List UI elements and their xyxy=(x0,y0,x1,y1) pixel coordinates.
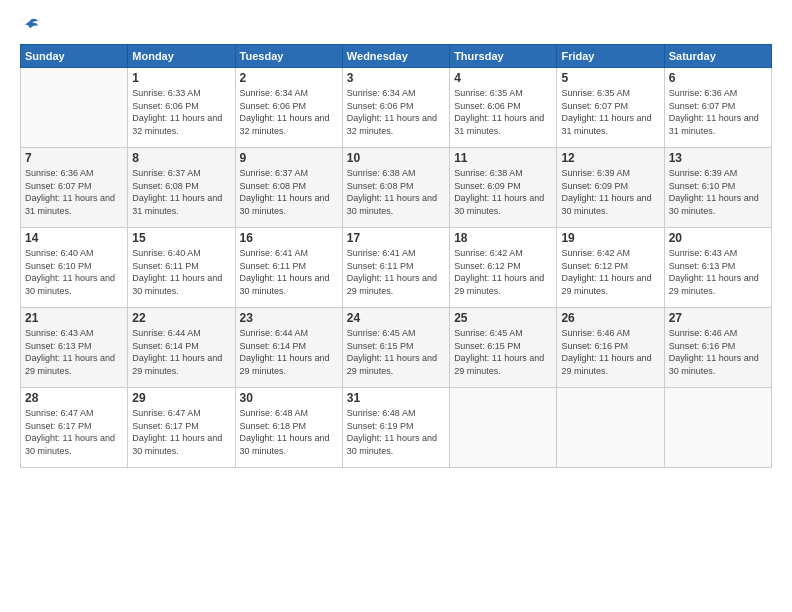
logo-bird-icon xyxy=(22,16,40,34)
calendar-cell: 26Sunrise: 6:46 AMSunset: 6:16 PMDayligh… xyxy=(557,308,664,388)
calendar-cell: 6Sunrise: 6:36 AMSunset: 6:07 PMDaylight… xyxy=(664,68,771,148)
calendar-week-row: 28Sunrise: 6:47 AMSunset: 6:17 PMDayligh… xyxy=(21,388,772,468)
weekday-header: Saturday xyxy=(664,45,771,68)
calendar-cell: 10Sunrise: 6:38 AMSunset: 6:08 PMDayligh… xyxy=(342,148,449,228)
calendar-cell xyxy=(450,388,557,468)
day-number: 29 xyxy=(132,391,230,405)
day-number: 4 xyxy=(454,71,552,85)
calendar-week-row: 21Sunrise: 6:43 AMSunset: 6:13 PMDayligh… xyxy=(21,308,772,388)
day-number: 11 xyxy=(454,151,552,165)
calendar-cell: 5Sunrise: 6:35 AMSunset: 6:07 PMDaylight… xyxy=(557,68,664,148)
logo xyxy=(20,16,40,34)
day-info: Sunrise: 6:46 AMSunset: 6:16 PMDaylight:… xyxy=(669,327,767,377)
day-number: 1 xyxy=(132,71,230,85)
day-number: 6 xyxy=(669,71,767,85)
calendar-header-row: SundayMondayTuesdayWednesdayThursdayFrid… xyxy=(21,45,772,68)
calendar-cell: 24Sunrise: 6:45 AMSunset: 6:15 PMDayligh… xyxy=(342,308,449,388)
calendar-cell: 31Sunrise: 6:48 AMSunset: 6:19 PMDayligh… xyxy=(342,388,449,468)
calendar-cell: 4Sunrise: 6:35 AMSunset: 6:06 PMDaylight… xyxy=(450,68,557,148)
page: SundayMondayTuesdayWednesdayThursdayFrid… xyxy=(0,0,792,612)
weekday-header: Wednesday xyxy=(342,45,449,68)
day-info: Sunrise: 6:48 AMSunset: 6:19 PMDaylight:… xyxy=(347,407,445,457)
calendar-cell: 21Sunrise: 6:43 AMSunset: 6:13 PMDayligh… xyxy=(21,308,128,388)
calendar-cell xyxy=(557,388,664,468)
day-number: 19 xyxy=(561,231,659,245)
day-number: 10 xyxy=(347,151,445,165)
calendar-cell: 23Sunrise: 6:44 AMSunset: 6:14 PMDayligh… xyxy=(235,308,342,388)
day-number: 25 xyxy=(454,311,552,325)
weekday-header: Tuesday xyxy=(235,45,342,68)
calendar-week-row: 14Sunrise: 6:40 AMSunset: 6:10 PMDayligh… xyxy=(21,228,772,308)
day-info: Sunrise: 6:47 AMSunset: 6:17 PMDaylight:… xyxy=(132,407,230,457)
day-info: Sunrise: 6:35 AMSunset: 6:07 PMDaylight:… xyxy=(561,87,659,137)
day-number: 27 xyxy=(669,311,767,325)
day-info: Sunrise: 6:43 AMSunset: 6:13 PMDaylight:… xyxy=(669,247,767,297)
day-number: 15 xyxy=(132,231,230,245)
day-info: Sunrise: 6:42 AMSunset: 6:12 PMDaylight:… xyxy=(561,247,659,297)
calendar-cell: 20Sunrise: 6:43 AMSunset: 6:13 PMDayligh… xyxy=(664,228,771,308)
calendar-cell: 14Sunrise: 6:40 AMSunset: 6:10 PMDayligh… xyxy=(21,228,128,308)
day-info: Sunrise: 6:40 AMSunset: 6:11 PMDaylight:… xyxy=(132,247,230,297)
day-info: Sunrise: 6:38 AMSunset: 6:09 PMDaylight:… xyxy=(454,167,552,217)
day-number: 23 xyxy=(240,311,338,325)
weekday-header: Sunday xyxy=(21,45,128,68)
calendar-cell: 18Sunrise: 6:42 AMSunset: 6:12 PMDayligh… xyxy=(450,228,557,308)
day-info: Sunrise: 6:34 AMSunset: 6:06 PMDaylight:… xyxy=(347,87,445,137)
day-info: Sunrise: 6:47 AMSunset: 6:17 PMDaylight:… xyxy=(25,407,123,457)
day-number: 30 xyxy=(240,391,338,405)
day-info: Sunrise: 6:48 AMSunset: 6:18 PMDaylight:… xyxy=(240,407,338,457)
day-number: 18 xyxy=(454,231,552,245)
day-number: 22 xyxy=(132,311,230,325)
day-number: 20 xyxy=(669,231,767,245)
calendar-cell: 3Sunrise: 6:34 AMSunset: 6:06 PMDaylight… xyxy=(342,68,449,148)
weekday-header: Thursday xyxy=(450,45,557,68)
day-info: Sunrise: 6:41 AMSunset: 6:11 PMDaylight:… xyxy=(347,247,445,297)
day-info: Sunrise: 6:34 AMSunset: 6:06 PMDaylight:… xyxy=(240,87,338,137)
calendar-cell xyxy=(664,388,771,468)
day-info: Sunrise: 6:38 AMSunset: 6:08 PMDaylight:… xyxy=(347,167,445,217)
day-number: 12 xyxy=(561,151,659,165)
calendar-cell: 9Sunrise: 6:37 AMSunset: 6:08 PMDaylight… xyxy=(235,148,342,228)
day-info: Sunrise: 6:46 AMSunset: 6:16 PMDaylight:… xyxy=(561,327,659,377)
calendar-cell: 27Sunrise: 6:46 AMSunset: 6:16 PMDayligh… xyxy=(664,308,771,388)
day-number: 2 xyxy=(240,71,338,85)
calendar-cell: 17Sunrise: 6:41 AMSunset: 6:11 PMDayligh… xyxy=(342,228,449,308)
day-number: 31 xyxy=(347,391,445,405)
calendar-cell: 22Sunrise: 6:44 AMSunset: 6:14 PMDayligh… xyxy=(128,308,235,388)
day-info: Sunrise: 6:35 AMSunset: 6:06 PMDaylight:… xyxy=(454,87,552,137)
calendar-cell: 8Sunrise: 6:37 AMSunset: 6:08 PMDaylight… xyxy=(128,148,235,228)
calendar-cell xyxy=(21,68,128,148)
day-number: 5 xyxy=(561,71,659,85)
day-info: Sunrise: 6:44 AMSunset: 6:14 PMDaylight:… xyxy=(240,327,338,377)
day-info: Sunrise: 6:37 AMSunset: 6:08 PMDaylight:… xyxy=(240,167,338,217)
day-number: 16 xyxy=(240,231,338,245)
day-number: 3 xyxy=(347,71,445,85)
calendar-cell: 25Sunrise: 6:45 AMSunset: 6:15 PMDayligh… xyxy=(450,308,557,388)
day-info: Sunrise: 6:37 AMSunset: 6:08 PMDaylight:… xyxy=(132,167,230,217)
day-info: Sunrise: 6:39 AMSunset: 6:09 PMDaylight:… xyxy=(561,167,659,217)
calendar-week-row: 1Sunrise: 6:33 AMSunset: 6:06 PMDaylight… xyxy=(21,68,772,148)
day-info: Sunrise: 6:45 AMSunset: 6:15 PMDaylight:… xyxy=(454,327,552,377)
calendar-cell: 16Sunrise: 6:41 AMSunset: 6:11 PMDayligh… xyxy=(235,228,342,308)
day-number: 13 xyxy=(669,151,767,165)
calendar-cell: 15Sunrise: 6:40 AMSunset: 6:11 PMDayligh… xyxy=(128,228,235,308)
day-info: Sunrise: 6:44 AMSunset: 6:14 PMDaylight:… xyxy=(132,327,230,377)
calendar-cell: 19Sunrise: 6:42 AMSunset: 6:12 PMDayligh… xyxy=(557,228,664,308)
day-number: 14 xyxy=(25,231,123,245)
day-number: 28 xyxy=(25,391,123,405)
day-info: Sunrise: 6:36 AMSunset: 6:07 PMDaylight:… xyxy=(25,167,123,217)
day-info: Sunrise: 6:41 AMSunset: 6:11 PMDaylight:… xyxy=(240,247,338,297)
calendar-cell: 7Sunrise: 6:36 AMSunset: 6:07 PMDaylight… xyxy=(21,148,128,228)
calendar-table: SundayMondayTuesdayWednesdayThursdayFrid… xyxy=(20,44,772,468)
day-info: Sunrise: 6:36 AMSunset: 6:07 PMDaylight:… xyxy=(669,87,767,137)
calendar-cell: 30Sunrise: 6:48 AMSunset: 6:18 PMDayligh… xyxy=(235,388,342,468)
calendar-cell: 12Sunrise: 6:39 AMSunset: 6:09 PMDayligh… xyxy=(557,148,664,228)
day-number: 9 xyxy=(240,151,338,165)
day-number: 21 xyxy=(25,311,123,325)
calendar-cell: 11Sunrise: 6:38 AMSunset: 6:09 PMDayligh… xyxy=(450,148,557,228)
day-info: Sunrise: 6:42 AMSunset: 6:12 PMDaylight:… xyxy=(454,247,552,297)
day-number: 26 xyxy=(561,311,659,325)
calendar-cell: 1Sunrise: 6:33 AMSunset: 6:06 PMDaylight… xyxy=(128,68,235,148)
calendar-cell: 28Sunrise: 6:47 AMSunset: 6:17 PMDayligh… xyxy=(21,388,128,468)
day-number: 8 xyxy=(132,151,230,165)
